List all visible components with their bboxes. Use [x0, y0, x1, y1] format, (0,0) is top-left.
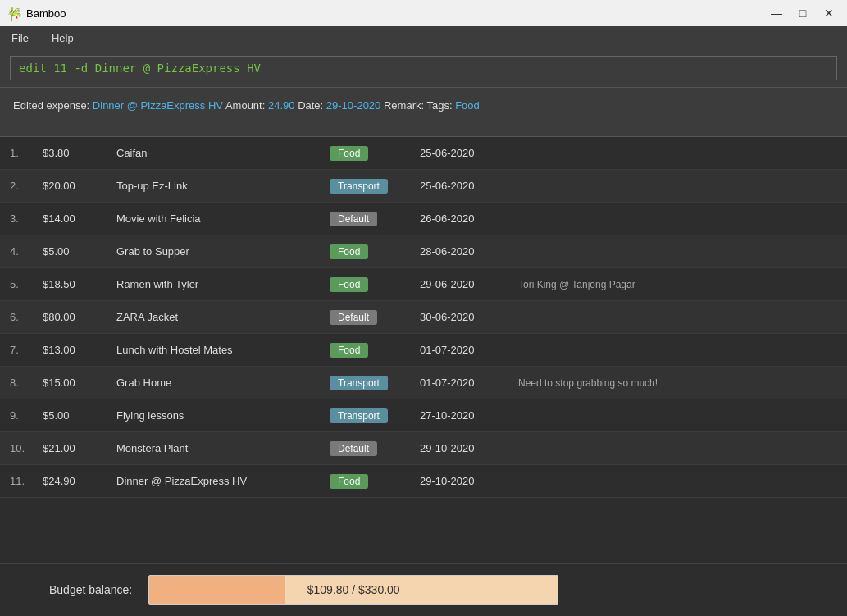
row-date: 26-06-2020 — [420, 212, 518, 225]
row-date: 25-06-2020 — [420, 147, 518, 159]
budget-bar-fill — [149, 576, 284, 604]
table-row: 10. $21.00 Monstera Plant Default 29-10-… — [0, 432, 847, 465]
row-amount: $21.00 — [43, 442, 116, 454]
table-row: 11. $24.90 Dinner @ PizzaExpress HV Food… — [0, 465, 847, 498]
row-date: 29-10-2020 — [420, 442, 518, 454]
row-amount: $14.00 — [43, 212, 116, 225]
row-remark: Need to stop grabbing so much! — [518, 377, 837, 389]
tag-badge: Transport — [330, 179, 388, 194]
row-num: 10. — [10, 442, 43, 454]
tag-badge: Default — [330, 212, 377, 226]
budget-label: Budget balance: — [49, 583, 132, 596]
row-num: 9. — [10, 409, 43, 422]
row-num: 2. — [10, 180, 43, 192]
row-tag: Food — [330, 244, 420, 259]
row-date: 30-06-2020 — [420, 311, 518, 323]
row-date: 01-07-2020 — [420, 376, 518, 389]
row-description: Ramen with Tyler — [116, 278, 330, 290]
table-row: 5. $18.50 Ramen with Tyler Food 29-06-20… — [0, 268, 847, 301]
tag-badge: Food — [330, 343, 368, 358]
row-tag: Transport — [330, 375, 420, 390]
output-date: 29-10-2020 — [326, 99, 381, 112]
row-description: Grab Home — [116, 376, 330, 389]
row-tag: Default — [330, 309, 420, 325]
expense-table: 1. $3.80 Caifan Food 25-06-2020 2. $20.0… — [0, 137, 847, 563]
tag-badge: Food — [330, 474, 368, 489]
menu-help[interactable]: Help — [47, 30, 79, 46]
row-amount: $24.90 — [43, 475, 116, 487]
row-tag: Transport — [330, 408, 420, 423]
budget-bar-text: $109.80 / $330.00 — [307, 583, 400, 596]
row-description: Flying lessons — [116, 409, 330, 422]
table-row: 1. $3.80 Caifan Food 25-06-2020 — [0, 137, 847, 170]
table-row: 6. $80.00 ZARA Jacket Default 30-06-2020 — [0, 301, 847, 334]
row-amount: $5.00 — [43, 245, 116, 258]
table-row: 4. $5.00 Grab to Supper Food 28-06-2020 — [0, 235, 847, 268]
title-bar: 🎋 Bamboo — □ ✕ — [0, 0, 847, 26]
row-date: 25-06-2020 — [420, 180, 518, 192]
output-tags: Food — [455, 99, 480, 112]
row-amount: $3.80 — [43, 147, 116, 159]
row-num: 5. — [10, 278, 43, 290]
output-amount: 24.90 — [268, 99, 295, 112]
row-num: 4. — [10, 245, 43, 258]
window-controls: — □ ✕ — [765, 5, 840, 21]
row-description: ZARA Jacket — [116, 311, 330, 323]
row-num: 8. — [10, 376, 43, 389]
output-area: Edited expense: Dinner @ PizzaExpress HV… — [0, 88, 847, 137]
menu-file[interactable]: File — [7, 30, 34, 46]
row-description: Movie with Felicia — [116, 212, 330, 225]
row-date: 29-10-2020 — [420, 475, 518, 487]
command-area — [0, 49, 847, 88]
tag-badge: Transport — [330, 376, 388, 390]
row-remark: Tori King @ Tanjong Pagar — [518, 279, 837, 290]
row-amount: $15.00 — [43, 376, 116, 389]
app-icon: 🎋 — [7, 7, 20, 20]
row-date: 29-06-2020 — [420, 278, 518, 290]
row-description: Monstera Plant — [116, 442, 330, 454]
table-row: 7. $13.00 Lunch with Hostel Mates Food 0… — [0, 334, 847, 367]
row-amount: $13.00 — [43, 344, 116, 356]
row-tag: Food — [330, 276, 420, 292]
table-row: 8. $15.00 Grab Home Transport 01-07-2020… — [0, 367, 847, 399]
app-title: Bamboo — [26, 7, 66, 20]
tag-badge: Transport — [330, 408, 388, 423]
row-num: 7. — [10, 344, 43, 356]
table-row: 2. $20.00 Top-up Ez-Link Transport 25-06… — [0, 170, 847, 203]
maximize-button[interactable]: □ — [791, 5, 814, 21]
row-tag: Food — [330, 473, 420, 489]
row-tag: Food — [330, 145, 420, 161]
budget-bar-container: $109.80 / $330.00 — [148, 575, 558, 605]
row-tag: Transport — [330, 178, 420, 194]
row-num: 3. — [10, 212, 43, 225]
row-date: 01-07-2020 — [420, 344, 518, 356]
row-description: Lunch with Hostel Mates — [116, 344, 330, 356]
tag-badge: Default — [330, 441, 377, 456]
row-tag: Food — [330, 342, 420, 358]
row-tag: Default — [330, 440, 420, 456]
tag-badge: Food — [330, 146, 368, 161]
row-description: Top-up Ez-Link — [116, 180, 330, 192]
menu-bar: File Help — [0, 26, 847, 49]
budget-bar-area: Budget balance: $109.80 / $330.00 — [0, 563, 847, 616]
row-num: 1. — [10, 147, 43, 159]
row-amount: $5.00 — [43, 409, 116, 422]
output-description: Dinner @ PizzaExpress HV — [93, 99, 223, 112]
row-description: Caifan — [116, 147, 330, 159]
row-amount: $20.00 — [43, 180, 116, 192]
row-description: Grab to Supper — [116, 245, 330, 258]
output-text: Edited expense: Dinner @ PizzaExpress HV… — [13, 99, 480, 112]
row-date: 27-10-2020 — [420, 409, 518, 422]
close-button[interactable]: ✕ — [817, 5, 840, 21]
tag-badge: Food — [330, 277, 368, 292]
row-description: Dinner @ PizzaExpress HV — [116, 475, 330, 487]
tag-badge: Food — [330, 244, 368, 259]
row-amount: $80.00 — [43, 311, 116, 323]
table-row: 3. $14.00 Movie with Felicia Default 26-… — [0, 203, 847, 235]
row-date: 28-06-2020 — [420, 245, 518, 258]
row-amount: $18.50 — [43, 278, 116, 290]
row-tag: Default — [330, 211, 420, 226]
command-input[interactable] — [10, 56, 837, 80]
tag-badge: Default — [330, 310, 377, 325]
minimize-button[interactable]: — — [765, 5, 788, 21]
